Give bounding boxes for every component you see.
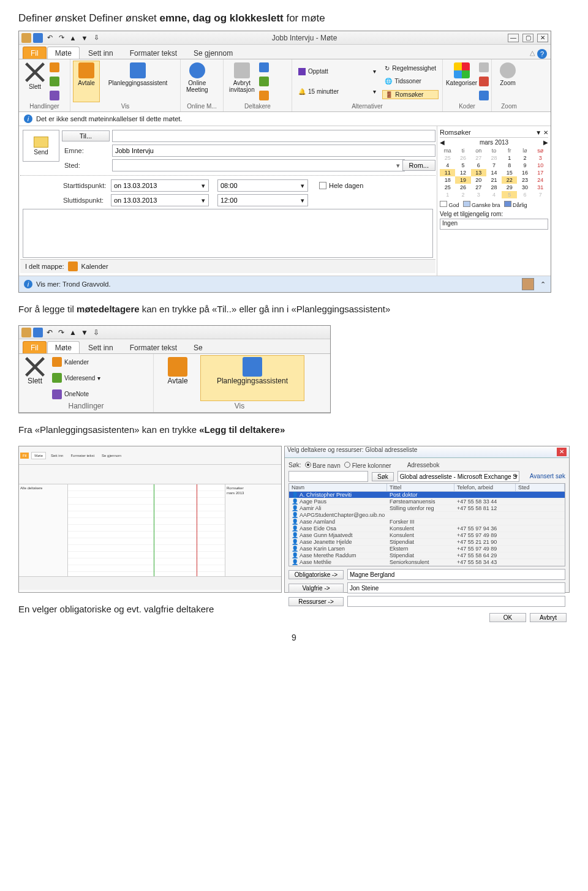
til-button[interactable]: Til... (62, 130, 110, 141)
tidssoner-button[interactable]: 🌐Tidssoner (382, 77, 439, 85)
search-input[interactable] (288, 471, 368, 482)
minimize-button[interactable]: — (508, 34, 519, 42)
ressurser-field[interactable] (347, 596, 565, 607)
qat-undo-icon[interactable]: ↶ (45, 33, 55, 43)
checknames-icon[interactable] (259, 77, 269, 86)
calendar-small-icon[interactable] (50, 62, 59, 72)
qat-down-icon[interactable]: ▼ (80, 33, 89, 43)
start-time[interactable] (217, 179, 308, 192)
zoom-button[interactable]: Zoom (494, 61, 521, 102)
room-list[interactable]: Ingen (440, 219, 548, 230)
slett-button[interactable]: Slett (21, 355, 48, 401)
tab-segjennom[interactable]: Se gjennom (186, 47, 241, 59)
kategoriser-button[interactable]: Kategoriser (445, 61, 478, 102)
tab-mote[interactable]: Møte (47, 47, 80, 59)
end-time[interactable] (217, 194, 308, 206)
end-date[interactable] (111, 194, 209, 206)
radio-cols[interactable]: Flere kolonner (344, 462, 391, 468)
contact-row[interactable]: 👤 Aase MethlieSeniorkonsulent+47 55 58 3… (289, 559, 565, 566)
lowimp-icon[interactable] (479, 91, 489, 100)
ribbon-minimize-icon[interactable]: △ (530, 49, 535, 59)
show-more-label[interactable]: Vis mer: Trond Gravvold. (36, 280, 110, 288)
qat-calendar-icon[interactable] (21, 328, 31, 337)
rom-button[interactable]: Rom... (402, 160, 435, 171)
response-icon[interactable] (259, 91, 269, 100)
qat-redo-icon[interactable]: ↷ (56, 33, 66, 43)
onenote-button[interactable]: OneNote (50, 389, 103, 400)
romsoker-button[interactable]: 🚪Romsøker (382, 90, 439, 99)
valgfrie-button[interactable]: Valgfrie -> (288, 584, 344, 593)
addressbook-dropdown[interactable] (398, 471, 519, 482)
qat-calendar-icon[interactable] (21, 33, 31, 43)
contact-row[interactable]: 👤 AAPGStudentChapter@geo.uib.no (289, 512, 565, 519)
addressbook-icon[interactable] (259, 62, 269, 72)
highimp-icon[interactable] (479, 77, 489, 86)
show-as-dropdown[interactable]: Opptatt▾ (296, 67, 379, 76)
qat-redo-icon[interactable]: ↷ (56, 328, 66, 337)
tab-fil[interactable]: Fil (23, 47, 47, 59)
advanced-search-link[interactable]: Avansert søk (530, 474, 565, 479)
contact-row[interactable]: 👤 Aase Eide OsaKonsulent+47 55 97 94 36 (289, 525, 565, 532)
contact-row[interactable]: 👤 Aase AamlandForsker III (289, 519, 565, 525)
all-day-checkbox[interactable]: Hele dagen (319, 182, 363, 189)
qat-more-icon[interactable]: ⇩ (91, 33, 101, 43)
contact-row[interactable]: 👤 Aase Merethe RaddumStipendiat+47 55 58… (289, 552, 565, 559)
forward-small-icon[interactable] (50, 77, 59, 86)
reminder-dropdown[interactable]: 🔔15 minutter▾ (296, 88, 379, 96)
qat-up-icon[interactable]: ▲ (68, 328, 78, 337)
onenote-small-icon[interactable] (50, 91, 59, 100)
expand-icon[interactable]: ⌃ (540, 280, 546, 288)
kalender-button[interactable]: Kalender (50, 356, 103, 367)
online-meeting-button[interactable]: OnlineMeeting (183, 61, 211, 102)
contact-row[interactable]: 👤 Aase Gunn MjaatvedtKonsulent+47 55 97 … (289, 532, 565, 539)
obligatoriske-button[interactable]: Obligatoriske -> (288, 570, 344, 579)
search-go-button[interactable]: Søk (372, 472, 394, 481)
qat-undo-icon[interactable]: ↶ (45, 328, 55, 337)
qat-save-icon[interactable] (33, 328, 43, 337)
private-icon[interactable] (479, 62, 489, 72)
body-editor[interactable] (23, 209, 433, 258)
to-field[interactable] (112, 130, 435, 142)
start-date[interactable] (111, 179, 209, 192)
qat-down-icon[interactable]: ▼ (80, 328, 89, 337)
obligatoriske-field[interactable] (347, 569, 565, 580)
qat-more-icon[interactable]: ⇩ (91, 328, 101, 337)
cal-next[interactable]: ▶ (543, 139, 548, 146)
help-icon[interactable]: ? (537, 49, 547, 59)
tab-se[interactable]: Se (186, 341, 211, 353)
ressurser-button[interactable]: Ressurser -> (288, 597, 344, 606)
send-button[interactable]: Send (23, 130, 59, 162)
ok-button[interactable]: OK (489, 613, 526, 622)
qat-save-icon[interactable] (33, 33, 43, 43)
contact-row[interactable]: 👤 Aase Jeanette HjeldeStipendiat+47 55 2… (289, 539, 565, 546)
tab-formater[interactable]: Formater tekst (122, 341, 185, 353)
contact-row[interactable]: 👤 A. Christopher PrevitiPost doktor (289, 492, 565, 498)
roomfinder-collapse-icon[interactable]: ▼ ✕ (535, 129, 548, 136)
close-button[interactable]: ✕ (537, 34, 548, 42)
contact-row[interactable]: 👤 Aase Karin LarsenEkstern+47 55 97 49 8… (289, 546, 565, 552)
planleggingsassistent-button[interactable]: Planleggingsassistent (101, 61, 175, 102)
tab-formater[interactable]: Formater tekst (122, 47, 185, 59)
mini-calendar[interactable]: mationtofrløsø 25262728123 45678910 1112… (440, 147, 548, 198)
avbryt-invitasjon-button[interactable]: Avbrytinvitasjon (226, 61, 258, 102)
avtale-button[interactable]: Avtale (73, 61, 100, 102)
qat-up-icon[interactable]: ▲ (68, 33, 78, 43)
tab-settinn[interactable]: Sett inn (80, 47, 121, 59)
maximize-button[interactable]: ▢ (522, 34, 533, 42)
subject-field[interactable] (112, 145, 435, 157)
cal-prev[interactable]: ◀ (440, 139, 445, 146)
location-field[interactable] (112, 159, 405, 171)
planleggingsassistent-button[interactable]: Planleggingsassistent (200, 355, 304, 401)
dialog-close-button[interactable]: ✕ (557, 448, 567, 456)
slett-button[interactable]: Slett (21, 61, 48, 102)
radio-name[interactable]: Bare navn (305, 462, 341, 468)
videresend-button[interactable]: Videresend ▾ (50, 372, 103, 383)
avbryt-button[interactable]: Avbryt (530, 613, 567, 622)
regelmessighet-button[interactable]: ↻Regelmessighet (382, 64, 439, 72)
valgfrie-field[interactable] (347, 582, 565, 593)
tab-fil[interactable]: Fil (23, 341, 47, 353)
tab-mote[interactable]: Møte (47, 341, 80, 353)
contacts-table[interactable]: Navn Tittel Telefon, arbeid Sted 👤 A. Ch… (288, 483, 565, 566)
tab-settinn[interactable]: Sett inn (80, 341, 121, 353)
contact-row[interactable]: 👤 Aage PausFørsteamanuensis+47 55 58 33 … (289, 498, 565, 505)
